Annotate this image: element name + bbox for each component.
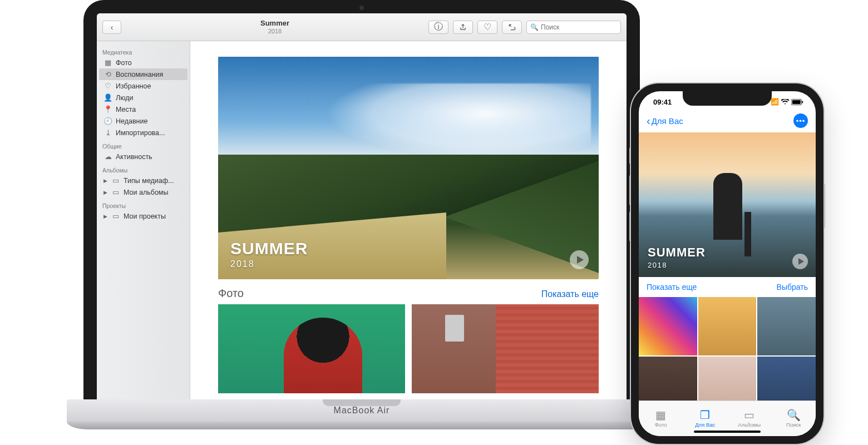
svg-rect-2 [802,101,803,103]
disclosure-triangle-icon[interactable]: ▶ [103,214,108,219]
action-row: Показать еще Выбрать [639,277,816,297]
download-icon: ⤓ [103,128,112,137]
macbook-edge [67,422,657,429]
heart-icon: ♡ [484,22,491,32]
folder-icon: ▭ [111,176,120,185]
photo-tile[interactable] [698,297,757,355]
back-button[interactable]: ‹ [102,21,121,34]
hero-cloud [325,83,591,159]
play-button[interactable] [570,250,589,269]
sidebar-item-imported[interactable]: ⤓ Импортирова... [97,127,190,139]
photos-section-header: Фото Показать еще [218,287,599,300]
toolbar: ‹ Summer 2018 ⓘ ♡ 🔍 [97,13,627,41]
show-more-link[interactable]: Показать еще [541,289,599,299]
chevron-left-icon: ‹ [111,23,114,32]
iphone-notch [683,91,772,106]
hero-caption-mobile: SUMMER 2018 [648,245,706,269]
hero-title-mobile: SUMMER [648,245,706,260]
sidebar-item-label: Импортирова... [116,129,165,137]
photo-grid [639,297,816,400]
macbook-device: ‹ Summer 2018 ⓘ ♡ 🔍 [67,0,657,439]
status-icons: 📶 [771,98,803,106]
hero-caption: SUMMER 2018 [230,240,308,269]
wifi-icon [781,99,789,105]
search-field[interactable]: 🔍 [526,21,621,34]
memory-hero-mobile[interactable]: SUMMER 2018 [639,132,816,277]
main-content: SUMMER 2018 Фото Показать еще [190,41,627,400]
more-button[interactable]: ••• [793,113,808,128]
chevron-left-icon: ‹ [647,115,650,127]
photos-icon: ▦ [103,58,112,67]
rotate-icon [508,23,516,31]
photo-tile[interactable] [757,297,816,355]
camera-dot [359,6,364,10]
photo-thumbnail[interactable] [412,304,599,393]
info-button[interactable]: ⓘ [428,21,448,34]
sidebar-item-myalbums[interactable]: ▶ ▭ Мои альбомы [97,186,190,198]
share-button[interactable] [453,21,473,34]
sidebar-item-label: Мои проекты [124,212,166,220]
rotate-button[interactable] [502,21,522,34]
home-indicator[interactable] [694,431,761,433]
sidebar-item-recent[interactable]: 🕘 Недавние [97,115,190,127]
sidebar-item-myprojects[interactable]: ▶ ▭ Мои проекты [97,210,190,222]
favorite-button[interactable]: ♡ [477,21,497,34]
sidebar-item-places[interactable]: 📍 Места [97,103,190,115]
folder-icon: ▭ [111,188,120,196]
nav-back-button[interactable]: ‹ Для Вас [647,115,683,127]
cellular-icon: 📶 [771,98,779,106]
select-link[interactable]: Выбрать [777,283,808,291]
ellipsis-icon: ••• [796,117,806,125]
info-icon: ⓘ [434,21,443,33]
disclosure-triangle-icon[interactable]: ▶ [103,190,108,195]
sidebar-item-label: Воспоминания [116,71,163,78]
tab-label: Фото [655,422,667,428]
sidebar-item-photos[interactable]: ▦ Фото [97,57,190,68]
sidebar-item-label: Активность [116,153,152,161]
sidebar-header-shared: Общие [97,139,190,151]
albums-tab-icon: ▭ [744,409,754,421]
battery-icon [791,99,803,105]
window-title: Summer 2018 [126,19,424,34]
macbook-base: MacBook Air [67,399,657,439]
show-more-link-mobile[interactable]: Показать еще [647,283,697,291]
status-time: 09:41 [653,98,672,106]
heart-icon: ♡ [103,82,112,90]
thumbnail-row [218,304,599,393]
sidebar-item-label: Места [116,106,136,113]
sidebar-header-library: Медиатека [97,44,190,57]
person-icon: 👤 [103,93,112,102]
tab-label: Для Вас [695,422,715,428]
sidebar-item-label: Люди [116,94,134,102]
tab-label: Альбомы [738,422,761,428]
sidebar-item-people[interactable]: 👤 Люди [97,92,190,103]
play-button-mobile[interactable] [792,254,808,269]
disclosure-triangle-icon[interactable]: ▶ [103,178,108,184]
sidebar-item-mediatypes[interactable]: ▶ ▭ Типы медиаф... [97,175,190,186]
sidebar-item-favorites[interactable]: ♡ Избранное [97,80,190,92]
tab-photos[interactable]: ▦ Фото [639,401,683,436]
section-title: Фото [218,287,244,300]
clock-icon: 🕘 [103,117,112,125]
tab-search[interactable]: 🔍 Поиск [772,401,816,436]
cloud-icon: ☁ [103,152,112,161]
photo-thumbnail[interactable] [218,304,405,393]
sidebar-header-albums: Альбомы [97,162,190,175]
photo-tile[interactable] [757,357,816,400]
photo-tile[interactable] [639,297,697,355]
folder-icon: ▭ [111,212,120,220]
photo-tile[interactable] [639,357,697,400]
nav-bar: ‹ Для Вас ••• [639,112,816,132]
hero-subtitle-mobile: 2018 [648,261,706,269]
macbook-bezel: ‹ Summer 2018 ⓘ ♡ 🔍 [83,0,640,400]
memories-icon: ⟲ [103,70,112,78]
pin-icon: 📍 [103,105,112,113]
photo-tile[interactable] [698,357,757,400]
sidebar-item-activity[interactable]: ☁ Активность [97,151,190,162]
memory-hero[interactable]: SUMMER 2018 [218,57,599,279]
nav-back-label: Для Вас [652,116,683,126]
sidebar-item-memories[interactable]: ⟲ Воспоминания [99,68,188,80]
sidebar-item-label: Типы медиаф... [124,177,174,185]
macbook-notch [323,399,401,406]
search-input[interactable] [541,23,617,31]
